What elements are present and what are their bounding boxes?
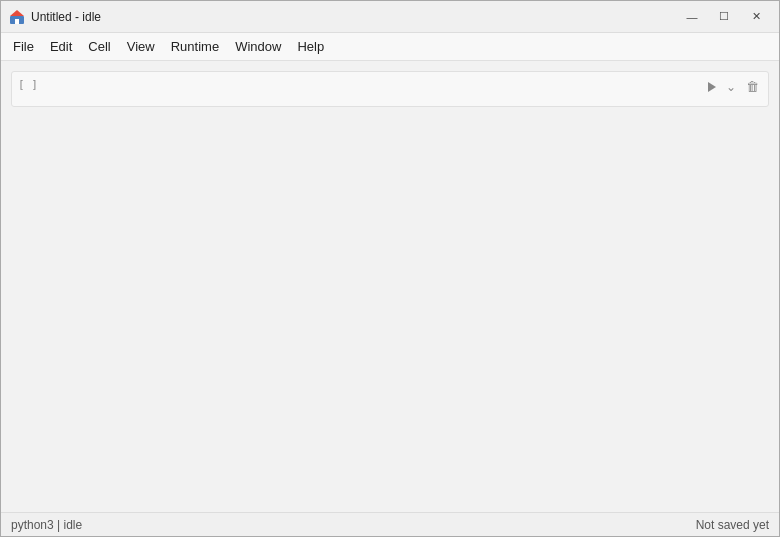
app-icon bbox=[9, 9, 25, 25]
cell-input[interactable] bbox=[50, 76, 701, 100]
menu-item-view[interactable]: View bbox=[119, 35, 163, 58]
menu-item-edit[interactable]: Edit bbox=[42, 35, 80, 58]
menu-item-window[interactable]: Window bbox=[227, 35, 289, 58]
menu-bar: FileEditCellViewRuntimeWindowHelp bbox=[1, 33, 779, 61]
status-right: Not saved yet bbox=[696, 518, 769, 532]
main-content: [ ] ⌄ 🗑 bbox=[1, 61, 779, 512]
menu-item-help[interactable]: Help bbox=[289, 35, 332, 58]
status-left: python3 | idle bbox=[11, 518, 82, 532]
run-icon bbox=[708, 82, 716, 92]
status-bar: python3 | idle Not saved yet bbox=[1, 512, 779, 536]
run-cell-button[interactable] bbox=[705, 81, 719, 93]
svg-marker-1 bbox=[10, 10, 24, 16]
minimize-button[interactable]: — bbox=[677, 7, 707, 27]
chevron-down-icon: ⌄ bbox=[726, 80, 736, 94]
title-left: Untitled - idle bbox=[9, 9, 101, 25]
menu-item-file[interactable]: File bbox=[5, 35, 42, 58]
expand-cell-button[interactable]: ⌄ bbox=[723, 79, 739, 95]
window-controls: — ☐ ✕ bbox=[677, 7, 771, 27]
cell-label: [ ] bbox=[18, 76, 46, 91]
title-bar: Untitled - idle — ☐ ✕ bbox=[1, 1, 779, 33]
cell-actions: ⌄ 🗑 bbox=[705, 76, 762, 95]
code-cell: [ ] ⌄ 🗑 bbox=[11, 71, 769, 107]
menu-item-runtime[interactable]: Runtime bbox=[163, 35, 227, 58]
svg-rect-2 bbox=[15, 19, 19, 24]
close-button[interactable]: ✕ bbox=[741, 7, 771, 27]
delete-cell-button[interactable]: 🗑 bbox=[743, 78, 762, 95]
trash-icon: 🗑 bbox=[746, 79, 759, 94]
menu-item-cell[interactable]: Cell bbox=[80, 35, 118, 58]
maximize-button[interactable]: ☐ bbox=[709, 7, 739, 27]
window-title: Untitled - idle bbox=[31, 10, 101, 24]
